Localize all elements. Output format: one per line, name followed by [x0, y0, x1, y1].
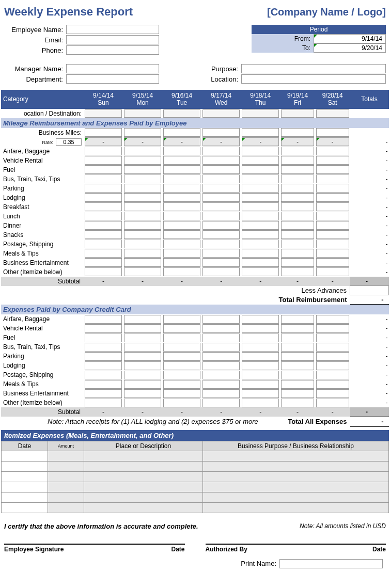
expense-cell[interactable] — [85, 315, 122, 324]
expense-cell[interactable] — [163, 315, 200, 324]
expense-cell[interactable] — [124, 258, 161, 267]
expense-cell[interactable] — [163, 212, 200, 220]
expense-cell[interactable] — [281, 165, 314, 174]
expense-cell[interactable] — [124, 249, 161, 258]
expense-cell[interactable] — [242, 333, 279, 342]
expense-cell[interactable] — [316, 333, 349, 342]
itemized-cell[interactable] — [2, 461, 48, 471]
expense-cell[interactable] — [281, 202, 314, 211]
expense-cell[interactable] — [242, 361, 279, 370]
expense-cell[interactable] — [163, 193, 200, 202]
itemized-cell[interactable] — [48, 502, 84, 513]
expense-cell[interactable] — [124, 324, 161, 333]
expense-cell[interactable] — [85, 193, 122, 202]
loc-cell[interactable] — [85, 109, 122, 118]
itemized-cell[interactable] — [84, 471, 203, 482]
expense-cell[interactable] — [316, 184, 349, 193]
expense-cell[interactable] — [202, 389, 240, 398]
itemized-cell[interactable] — [203, 461, 389, 471]
expense-cell[interactable] — [242, 156, 279, 165]
expense-cell[interactable] — [163, 343, 200, 352]
expense-cell[interactable] — [85, 212, 122, 220]
loc-cell[interactable] — [124, 109, 161, 118]
itemized-cell[interactable] — [48, 451, 84, 461]
loc-cell[interactable] — [316, 109, 349, 118]
expense-cell[interactable] — [85, 258, 122, 267]
expense-cell[interactable] — [85, 147, 122, 155]
expense-cell[interactable] — [242, 212, 279, 220]
expense-cell[interactable] — [124, 156, 161, 165]
itemized-cell[interactable] — [203, 492, 389, 502]
expense-cell[interactable] — [202, 147, 240, 155]
expense-cell[interactable] — [202, 156, 240, 165]
expense-cell[interactable] — [85, 399, 122, 407]
expense-cell[interactable] — [242, 315, 279, 324]
expense-cell[interactable] — [202, 128, 240, 137]
expense-cell[interactable] — [242, 380, 279, 389]
itemized-cell[interactable] — [2, 492, 48, 502]
expense-cell[interactable] — [281, 156, 314, 165]
expense-cell[interactable] — [281, 193, 314, 202]
expense-cell[interactable] — [242, 399, 279, 407]
expense-cell[interactable] — [85, 165, 122, 174]
expense-cell[interactable] — [85, 128, 122, 137]
itemized-cell[interactable] — [203, 502, 389, 513]
expense-cell[interactable] — [202, 240, 240, 248]
expense-cell[interactable] — [281, 174, 314, 183]
expense-cell[interactable] — [124, 174, 161, 183]
itemized-cell[interactable] — [2, 482, 48, 492]
expense-cell[interactable] — [163, 147, 200, 155]
expense-cell[interactable] — [281, 315, 314, 324]
expense-cell[interactable] — [163, 165, 200, 174]
expense-cell[interactable] — [202, 202, 240, 211]
expense-cell[interactable] — [124, 361, 161, 370]
expense-cell[interactable] — [163, 230, 200, 239]
expense-cell[interactable] — [316, 221, 349, 230]
expense-cell[interactable] — [242, 147, 279, 155]
expense-cell[interactable] — [316, 202, 349, 211]
expense-cell[interactable] — [281, 361, 314, 370]
period-to-value[interactable]: 9/20/14 — [314, 43, 386, 53]
expense-cell[interactable] — [163, 184, 200, 193]
email-input[interactable] — [66, 35, 159, 44]
expense-cell[interactable] — [85, 221, 122, 230]
expense-cell[interactable] — [124, 333, 161, 342]
expense-cell[interactable] — [124, 212, 161, 220]
manager-input[interactable] — [66, 64, 159, 73]
expense-cell[interactable] — [281, 343, 314, 352]
itemized-cell[interactable] — [203, 482, 389, 492]
expense-cell[interactable] — [163, 240, 200, 248]
expense-cell[interactable] — [124, 184, 161, 193]
expense-cell[interactable] — [85, 240, 122, 248]
expense-cell[interactable] — [85, 202, 122, 211]
expense-cell[interactable] — [281, 221, 314, 230]
expense-cell[interactable] — [281, 230, 314, 239]
expense-cell[interactable] — [281, 147, 314, 155]
expense-cell[interactable] — [316, 324, 349, 333]
expense-cell[interactable] — [85, 184, 122, 193]
loc-cell[interactable] — [163, 109, 200, 118]
expense-cell[interactable] — [242, 174, 279, 183]
expense-cell[interactable] — [281, 324, 314, 333]
expense-cell[interactable] — [281, 212, 314, 220]
expense-cell[interactable] — [281, 249, 314, 258]
expense-cell[interactable] — [202, 315, 240, 324]
expense-cell[interactable] — [242, 258, 279, 267]
expense-cell[interactable] — [124, 221, 161, 230]
expense-cell[interactable] — [124, 267, 161, 276]
expense-cell[interactable] — [316, 315, 349, 324]
expense-cell[interactable] — [202, 371, 240, 379]
expense-cell[interactable] — [242, 352, 279, 361]
expense-cell[interactable] — [124, 240, 161, 248]
expense-cell[interactable] — [316, 380, 349, 389]
itemized-cell[interactable] — [84, 451, 203, 461]
expense-cell[interactable] — [316, 371, 349, 379]
expense-cell[interactable] — [316, 267, 349, 276]
expense-cell[interactable] — [124, 128, 161, 137]
expense-cell[interactable] — [163, 249, 200, 258]
expense-cell[interactable] — [202, 221, 240, 230]
expense-cell[interactable] — [202, 361, 240, 370]
itemized-cell[interactable] — [2, 502, 48, 513]
expense-cell[interactable] — [281, 333, 314, 342]
itemized-cell[interactable] — [48, 482, 84, 492]
